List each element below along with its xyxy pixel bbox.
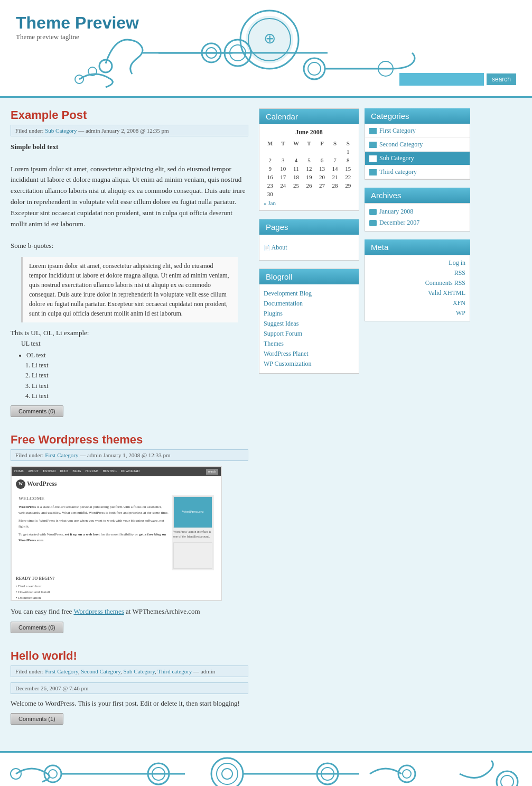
blogroll-title: Blogroll [259, 269, 359, 284]
cat-link-1[interactable]: First Category [45, 668, 78, 674]
footer-svg [0, 753, 532, 786]
wp-thumb: WordPress.org [173, 496, 212, 528]
wp-themes-text: You can easy find free Wordpress themes … [11, 606, 248, 617]
blogroll-link[interactable]: WP Customization [264, 359, 354, 369]
cat-link-4[interactable]: Third category [157, 668, 192, 674]
meta-link[interactable]: Log in [449, 259, 465, 266]
list-item: Development Blog [264, 289, 354, 299]
category-link[interactable]: Sub Category [379, 154, 414, 162]
list-item: Suggest Ideas [264, 319, 354, 329]
cal-prev-link[interactable]: « Jan [264, 200, 276, 206]
wp-logo: W WordPress [16, 479, 217, 489]
svg-point-25 [403, 770, 411, 778]
meta-link[interactable]: XFN [453, 299, 465, 307]
archives-title: Archives [365, 188, 470, 203]
comments-button-wp[interactable]: Comments (0) [11, 622, 63, 633]
svg-point-19 [211, 758, 243, 786]
search-bar[interactable]: search [399, 73, 516, 86]
wp-themes-link[interactable]: Wordpress themes [73, 607, 124, 615]
calendar-icon [369, 220, 377, 226]
list-item: Documentation [264, 299, 354, 309]
meta-item-comments-rss[interactable]: Comments RSS [369, 278, 465, 288]
meta-link[interactable]: RSS [454, 269, 465, 276]
sidebar-right: Categories First Category Second Categor… [365, 108, 470, 741]
list-item: Li text [32, 371, 248, 381]
page-link-about[interactable]: About [272, 244, 287, 251]
category-link[interactable]: First Category [379, 127, 416, 135]
blogroll-content: Development Blog Documentation Plugins S… [259, 284, 359, 373]
post-title-wp-themes[interactable]: Free Wordpress themes [11, 433, 248, 447]
filed-under-hello: Filed under: First Category, Second Cate… [11, 665, 248, 677]
blogroll-link[interactable]: Documentation [264, 299, 354, 309]
svg-point-26 [497, 771, 518, 786]
categories-title: Categories [365, 108, 470, 124]
comments-button-example[interactable]: Comments (0) [11, 405, 63, 417]
header: Theme Preview Theme preview tagline ⊕ se… [0, 0, 532, 98]
cat-link-3[interactable]: Sub Category [124, 668, 155, 674]
meta-item-rss[interactable]: RSS [369, 268, 465, 278]
archive-link[interactable]: December 2007 [379, 219, 419, 227]
blogroll-link[interactable]: Development Blog [264, 289, 354, 299]
filed-under-wp: Filed under: First Category — admin Janu… [11, 449, 248, 461]
meta-link[interactable]: Comments RSS [425, 279, 465, 286]
archive-item-jan[interactable]: January 2008 [369, 206, 465, 217]
calendar-content: June 2008 M T W T F S S [259, 124, 359, 210]
blogroll-link[interactable]: Themes [264, 339, 354, 349]
ol-list: Li text Li text Li text Li text [32, 360, 248, 401]
meta-item-wp[interactable]: WP [369, 308, 465, 318]
meta-item-login[interactable]: Log in [369, 258, 465, 268]
category-item-first[interactable]: First Category [365, 124, 470, 138]
calendar-widget: Calendar June 2008 M T W T F S S [259, 108, 359, 211]
category-link-sub[interactable]: Sub Category [45, 127, 77, 134]
pages-widget: Pages About [259, 219, 359, 261]
post-hello-world: Hello world! Filed under: First Category… [11, 649, 248, 725]
blogroll-link[interactable]: WordPress Planet [264, 349, 354, 359]
calendar-icon [369, 209, 377, 215]
search-button[interactable]: search [487, 73, 516, 85]
meta-item-xfn[interactable]: XFN [369, 298, 465, 308]
svg-point-21 [222, 769, 232, 779]
svg-point-10 [304, 58, 325, 79]
category-item-sub[interactable]: Sub Category [365, 152, 470, 165]
svg-point-20 [217, 763, 238, 784]
svg-point-27 [501, 775, 514, 786]
category-link[interactable]: Second Category [379, 141, 423, 149]
blogroll-list: Development Blog Documentation Plugins S… [264, 289, 354, 369]
folder-icon [369, 155, 377, 162]
category-item-third[interactable]: Third category [365, 165, 470, 179]
post-title-example[interactable]: Example Post [11, 108, 248, 122]
post-content-example: Simple bold text Lorem ipsum dolor sit a… [11, 142, 248, 401]
categories-list: First Category Second Category Sub Categ… [365, 124, 470, 180]
comments-button-hello[interactable]: Comments (1) [11, 713, 63, 725]
blogroll-link[interactable]: Suggest Ideas [264, 319, 354, 329]
meta-item-xhtml[interactable]: Valid XHTML [369, 288, 465, 298]
post-title-hello[interactable]: Hello world! [11, 649, 248, 663]
archives-list: January 2008 December 2007 [365, 203, 470, 232]
list-item: Li text [32, 381, 248, 391]
meta-link[interactable]: Valid XHTML [428, 289, 465, 297]
blogroll-widget: Blogroll Development Blog Documentation … [259, 269, 359, 374]
meta-title: Meta [365, 239, 470, 255]
post-date-hello: December 26, 2007 @ 7:46 pm [11, 682, 248, 694]
page-wrapper: Example Post Filed under: Sub Category —… [0, 98, 532, 751]
cat-link-2[interactable]: Second Category [81, 668, 120, 674]
calendar-nav: « Jan [264, 198, 354, 206]
archive-item-dec[interactable]: December 2007 [369, 217, 465, 228]
sidebar-mid: Calendar June 2008 M T W T F S S [254, 108, 365, 741]
archive-link[interactable]: January 2008 [379, 208, 413, 216]
blogroll-link[interactable]: Support Forum [264, 329, 354, 339]
ul-list: OL text [26, 350, 248, 360]
blogroll-link[interactable]: Plugins [264, 309, 354, 319]
meta-link[interactable]: WP [456, 309, 465, 317]
wp-screenshot: HOME ABOUT EXTEND DOCS BLOG FORUMS HOSTI… [11, 466, 222, 601]
category-link[interactable]: Third category [379, 168, 417, 176]
list-item: Li text [32, 360, 248, 371]
category-item-second[interactable]: Second Category [365, 138, 470, 152]
post-content-wp: HOME ABOUT EXTEND DOCS BLOG FORUMS HOSTI… [11, 466, 248, 617]
folder-icon [369, 128, 377, 134]
list-item: Li text [32, 391, 248, 401]
search-input[interactable] [399, 73, 484, 86]
category-link-first[interactable]: First Category [45, 452, 78, 458]
filed-under-example: Filed under: Sub Category — admin Januar… [11, 125, 248, 136]
list-item: WP Customization [264, 359, 354, 369]
